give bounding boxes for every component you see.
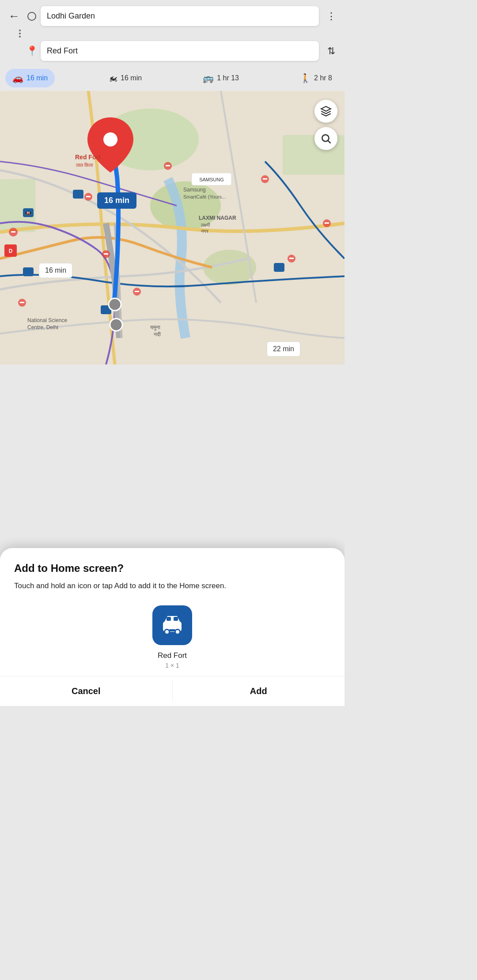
route-time-main-text: 16 min	[104, 196, 129, 205]
svg-text:SAMSUNG: SAMSUNG	[199, 177, 224, 182]
swap-icon: ⇅	[327, 45, 335, 57]
modal-actions: Cancel Add	[0, 676, 344, 706]
route-time-alt2-text: 22 min	[273, 345, 294, 353]
svg-point-53	[165, 630, 169, 634]
origin-dot-icon	[27, 12, 36, 21]
svg-text:🚇: 🚇	[25, 210, 31, 216]
transport-tabs: 🚗 16 min 🏍 16 min 🚌 1 hr 13 🚶 2 hr 8	[0, 65, 344, 91]
svg-rect-15	[86, 196, 91, 197]
svg-text:National Science: National Science	[27, 317, 67, 323]
route-connector	[19, 30, 21, 38]
svg-text:Samsung: Samsung	[183, 187, 206, 193]
svg-rect-8	[23, 267, 34, 276]
svg-rect-25	[104, 253, 108, 255]
add-to-home-modal: Add to Home screen? Touch and hold an ic…	[0, 548, 344, 706]
back-icon: ←	[8, 9, 20, 23]
svg-rect-3	[0, 179, 35, 232]
map[interactable]: 🚇 D SAMSUNG	[0, 91, 344, 364]
svg-point-34	[109, 298, 121, 311]
app-size: 1 × 1	[165, 662, 179, 669]
layers-icon	[320, 105, 332, 117]
car-navigation-icon	[159, 612, 185, 638]
back-button[interactable]: ←	[5, 8, 23, 25]
more-button[interactable]: ⋮	[323, 8, 339, 24]
destination-input[interactable]: Red Fort	[41, 41, 319, 61]
header: ← Lodhi Garden ⋮ 📍 Red Fort ⇅	[0, 0, 344, 65]
destination-row: 📍 Red Fort ⇅	[5, 41, 339, 61]
svg-text:नदी: नदी	[153, 331, 161, 338]
map-search-button[interactable]	[314, 127, 337, 150]
svg-text:Centre, Delhi: Centre, Delhi	[27, 324, 58, 330]
svg-point-35	[110, 319, 122, 331]
origin-row: ← Lodhi Garden ⋮	[5, 6, 339, 26]
svg-rect-17	[166, 165, 170, 166]
svg-text:SmartCafé (Yours...: SmartCafé (Yours...	[183, 194, 226, 199]
destination-pin-icon: 📍	[27, 46, 36, 56]
route-time-badge-alt1: 16 min	[39, 263, 72, 278]
route-time-badge-main: 16 min	[97, 192, 136, 209]
svg-text:D: D	[9, 248, 13, 254]
bike-icon: 🏍	[109, 73, 117, 83]
svg-rect-11	[274, 263, 284, 272]
svg-point-55	[176, 630, 179, 634]
car-icon: 🚗	[12, 73, 23, 83]
svg-rect-27	[135, 291, 139, 292]
transit-duration: 1 hr 13	[217, 74, 239, 82]
svg-rect-50	[167, 617, 171, 621]
tab-bike[interactable]: 🏍 16 min	[102, 69, 149, 87]
svg-rect-23	[289, 258, 294, 259]
tab-walk[interactable]: 🚶 2 hr 8	[293, 69, 339, 87]
route-time-badge-alt2: 22 min	[267, 342, 300, 357]
walk-duration: 2 hr 8	[314, 74, 332, 82]
svg-text:नगर: नगर	[201, 229, 208, 234]
modal-description: Touch and hold an icon or tap Add to add…	[14, 581, 330, 591]
route-time-alt1-text: 16 min	[45, 267, 66, 274]
more-icon: ⋮	[326, 11, 337, 22]
svg-rect-19	[263, 178, 267, 180]
svg-text:Red Fort: Red Fort	[75, 154, 101, 161]
app-name: Red Fort	[158, 651, 187, 660]
svg-rect-13	[11, 231, 15, 233]
car-duration: 16 min	[26, 74, 48, 82]
tab-transit[interactable]: 🚌 1 hr 13	[196, 69, 246, 87]
modal-overlay: Add to Home screen? Touch and hold an ic…	[0, 548, 344, 706]
svg-rect-51	[174, 617, 178, 621]
svg-point-36	[103, 132, 117, 146]
svg-text:लक्ष्मी: लक्ष्मी	[201, 222, 210, 228]
svg-text:LAXMI NAGAR: LAXMI NAGAR	[199, 215, 236, 221]
svg-rect-9	[73, 190, 83, 199]
cancel-button[interactable]: Cancel	[0, 676, 172, 706]
map-background: 🚇 D SAMSUNG	[0, 91, 344, 364]
walk-icon: 🚶	[300, 73, 311, 83]
svg-rect-21	[325, 222, 329, 224]
svg-text:लाल किला: लाल किला	[76, 162, 93, 168]
modal-title: Add to Home screen?	[14, 562, 330, 574]
svg-rect-56	[169, 629, 175, 631]
svg-text:यमुना: यमुना	[150, 324, 160, 331]
swap-button[interactable]: ⇅	[323, 43, 339, 59]
app-icon	[152, 605, 192, 645]
svg-rect-29	[20, 302, 24, 303]
origin-input[interactable]: Lodhi Garden	[41, 6, 319, 26]
transit-icon: 🚌	[203, 73, 214, 83]
bike-duration: 16 min	[121, 74, 142, 82]
add-button[interactable]: Add	[173, 676, 345, 706]
search-icon	[320, 133, 332, 144]
modal-icon-area: Red Fort 1 × 1	[14, 605, 330, 669]
map-layers-button[interactable]	[314, 100, 337, 123]
tab-car[interactable]: 🚗 16 min	[5, 69, 55, 87]
